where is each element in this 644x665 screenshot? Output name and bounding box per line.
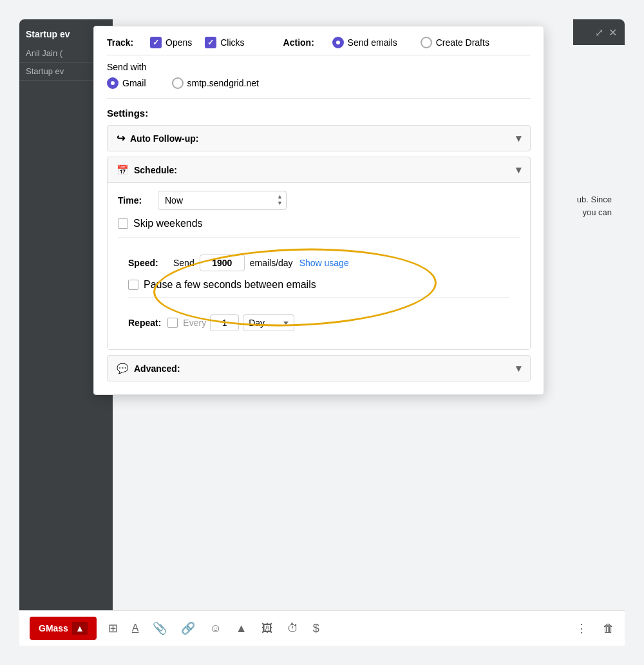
gmass-label: GMass bbox=[39, 623, 68, 633]
auto-followup-label: Auto Follow-up: bbox=[130, 133, 199, 144]
sendgrid-label: smtp.sendgrid.net bbox=[187, 78, 259, 88]
auto-followup-header-left: ↪ Auto Follow-up: bbox=[117, 132, 199, 144]
schedule-header[interactable]: 📅 Schedule: ▾ bbox=[108, 157, 530, 182]
window-bar: ⤢ ✕ bbox=[573, 19, 625, 45]
sendgrid-radio[interactable] bbox=[172, 77, 184, 89]
more-options-icon[interactable]: ⋮ bbox=[576, 621, 587, 635]
send-emails-label: Send emails bbox=[348, 37, 397, 48]
time-row: Time: Now ▲ ▼ bbox=[118, 191, 520, 210]
skip-weekends-row: Skip weekends bbox=[118, 218, 520, 238]
speed-section: Speed: Send emails/day Show usage Pause … bbox=[118, 246, 520, 307]
gmail-radio[interactable] bbox=[107, 77, 118, 89]
auto-followup-header[interactable]: ↪ Auto Follow-up: ▾ bbox=[108, 126, 530, 151]
opens-checkbox-item[interactable]: Opens bbox=[150, 37, 192, 48]
time-value: Now bbox=[165, 195, 183, 206]
create-drafts-label: Create Drafts bbox=[436, 37, 489, 48]
clicks-label: Clicks bbox=[220, 37, 244, 48]
speed-label: Speed: bbox=[128, 258, 167, 268]
time-label: Time: bbox=[118, 195, 150, 206]
expand-icon[interactable]: ⤢ bbox=[595, 26, 603, 39]
advanced-chevron: ▾ bbox=[516, 362, 521, 374]
schedule-chevron: ▾ bbox=[516, 164, 521, 176]
advanced-accordion: 💬 Advanced: ▾ bbox=[107, 355, 531, 381]
schedule-accordion: 📅 Schedule: ▾ Time: Now ▲ ▼ bbox=[107, 157, 531, 350]
drive-icon[interactable]: ▲ bbox=[233, 619, 250, 638]
repeat-num-input[interactable] bbox=[210, 314, 239, 331]
advanced-header-left: 💬 Advanced: bbox=[117, 363, 180, 374]
send-emails-option[interactable]: Send emails bbox=[332, 37, 397, 48]
emails-day-label: emails/day bbox=[250, 258, 293, 268]
grid-icon[interactable]: ⊞ bbox=[106, 619, 120, 638]
gmail-option[interactable]: Gmail bbox=[107, 77, 146, 89]
gmass-caret[interactable]: ▲ bbox=[72, 622, 88, 635]
repeat-section: Repeat: Every Day Week Month bbox=[118, 307, 520, 339]
clicks-checkbox-item[interactable]: Clicks bbox=[205, 37, 244, 48]
pause-label: Pause a few seconds between emails bbox=[144, 279, 316, 291]
send-with-label: Send with bbox=[107, 62, 531, 72]
pause-row: Pause a few seconds between emails bbox=[128, 279, 509, 298]
advanced-icon: 💬 bbox=[117, 363, 129, 374]
time-select-box[interactable]: Now ▲ ▼ bbox=[158, 191, 287, 210]
clicks-checkbox[interactable] bbox=[205, 37, 216, 48]
repeat-checkbox[interactable] bbox=[167, 318, 178, 328]
advanced-label: Advanced: bbox=[134, 363, 180, 374]
opens-label: Opens bbox=[166, 37, 192, 48]
action-label: Action: bbox=[283, 37, 322, 48]
track-section: Track: Opens Clicks Action: Send emails … bbox=[107, 37, 531, 55]
image-icon[interactable]: 🖼 bbox=[259, 619, 276, 638]
gmail-label: Gmail bbox=[122, 78, 146, 88]
text-format-icon[interactable]: A bbox=[129, 620, 142, 637]
link-icon[interactable]: 🔗 bbox=[178, 619, 198, 638]
show-usage-link[interactable]: Show usage bbox=[299, 258, 349, 268]
schedule-content: Time: Now ▲ ▼ Skip weekends bbox=[108, 182, 530, 349]
repeat-period-select[interactable]: Day Week Month bbox=[243, 314, 294, 331]
send-word: Send bbox=[173, 258, 194, 268]
schedule-icon: 📅 bbox=[117, 164, 129, 176]
settings-popup: Track: Opens Clicks Action: Send emails … bbox=[93, 26, 544, 395]
advanced-header[interactable]: 💬 Advanced: ▾ bbox=[108, 356, 530, 381]
skip-weekends-label: Skip weekends bbox=[133, 218, 203, 229]
speed-row: Speed: Send emails/day Show usage bbox=[128, 255, 509, 271]
pause-checkbox[interactable] bbox=[128, 280, 138, 290]
bg-text-right1: ub. Since bbox=[577, 193, 612, 207]
repeat-label: Repeat: bbox=[128, 318, 161, 328]
toolbar: GMass ▲ ⊞ A 📎 🔗 ☺ ▲ 🖼 ⏱ $ ⋮ 🗑 bbox=[19, 610, 625, 646]
time-arrows: ▲ ▼ bbox=[277, 194, 283, 207]
auto-followup-accordion: ↪ Auto Follow-up: ▾ bbox=[107, 125, 531, 151]
followup-icon: ↪ bbox=[117, 132, 125, 144]
close-icon[interactable]: ✕ bbox=[609, 26, 617, 39]
time-select-wrapper: Now ▲ ▼ bbox=[158, 191, 287, 210]
emoji-icon[interactable]: ☺ bbox=[207, 619, 223, 638]
delete-icon[interactable]: 🗑 bbox=[603, 622, 614, 635]
gmass-button[interactable]: GMass ▲ bbox=[30, 617, 97, 640]
schedule-header-left: 📅 Schedule: bbox=[117, 164, 177, 176]
schedule-label: Schedule: bbox=[134, 165, 177, 175]
send-with-options: Gmail smtp.sendgrid.net bbox=[107, 77, 531, 89]
dollar-icon[interactable]: $ bbox=[310, 619, 322, 638]
speed-input[interactable] bbox=[200, 255, 245, 271]
create-drafts-radio[interactable] bbox=[421, 37, 432, 48]
create-drafts-option[interactable]: Create Drafts bbox=[421, 37, 489, 48]
send-emails-radio[interactable] bbox=[332, 37, 344, 48]
sendgrid-option[interactable]: smtp.sendgrid.net bbox=[172, 77, 259, 89]
send-with-section: Send with Gmail smtp.sendgrid.net bbox=[107, 62, 531, 99]
schedule-icon[interactable]: ⏱ bbox=[285, 619, 301, 638]
settings-label: Settings: bbox=[107, 108, 531, 119]
track-label: Track: bbox=[107, 37, 142, 48]
opens-checkbox[interactable] bbox=[150, 37, 162, 48]
repeat-every-label: Every bbox=[183, 318, 206, 328]
auto-followup-chevron: ▾ bbox=[516, 132, 521, 144]
time-arrow-down: ▼ bbox=[277, 200, 283, 207]
attachment-icon[interactable]: 📎 bbox=[150, 619, 169, 638]
bg-text-right2: you can bbox=[582, 206, 612, 220]
skip-weekends-checkbox[interactable] bbox=[118, 218, 128, 229]
action-inline: Action: Send emails Create Drafts bbox=[283, 37, 502, 48]
